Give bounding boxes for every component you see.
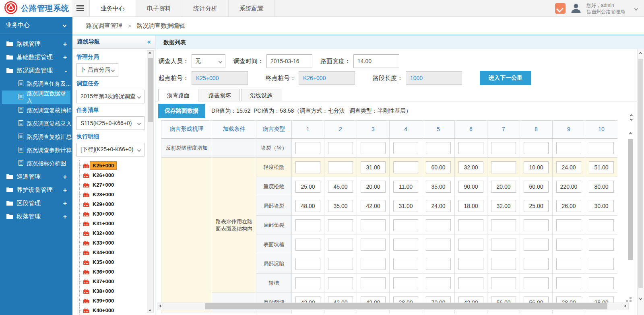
sidebar-item-3[interactable]: 路况调查复核录入 — [0, 117, 72, 130]
damage-value-input[interactable] — [524, 239, 549, 251]
damage-value-input[interactable] — [426, 200, 451, 212]
survey-date-input[interactable] — [266, 54, 312, 68]
damage-value-input[interactable] — [589, 200, 614, 212]
damage-value-input[interactable] — [295, 161, 320, 173]
tab-1[interactable]: 路基损坏 — [200, 89, 240, 101]
damage-value-input[interactable] — [524, 277, 549, 289]
damage-value-input[interactable] — [491, 277, 516, 289]
tree-item[interactable]: K33+000 — [76, 238, 144, 247]
damage-value-input[interactable] — [328, 181, 353, 193]
sidebar-item-4[interactable]: 路况调查复核汇总 — [0, 130, 72, 144]
damage-value-input[interactable] — [458, 181, 483, 193]
tree-item[interactable]: K27+000 — [76, 180, 144, 189]
end-stake-field[interactable] — [299, 71, 355, 85]
top-nav-item-3[interactable]: 系统配置 — [229, 0, 275, 16]
damage-value-input[interactable] — [361, 239, 386, 251]
damage-value-input[interactable] — [524, 181, 549, 193]
menu-icon[interactable] — [76, 5, 84, 12]
chevron-down-icon[interactable] — [634, 6, 638, 10]
tree-item[interactable]: K36+000 — [76, 267, 144, 276]
scroll-down-icon[interactable] — [630, 118, 632, 121]
top-nav-item-2[interactable]: 统计分析 — [182, 0, 229, 16]
damage-value-input[interactable] — [589, 161, 614, 173]
top-nav-item-1[interactable]: 电子资料 — [136, 0, 182, 16]
tree-item[interactable]: K39+000 — [76, 296, 144, 305]
scroll-left-icon[interactable] — [159, 305, 162, 307]
segment-length-field[interactable] — [406, 71, 462, 85]
tab-0[interactable]: 沥青路面 — [158, 89, 198, 101]
damage-value-input[interactable] — [361, 161, 386, 173]
damage-value-input[interactable] — [524, 219, 549, 231]
tree-item[interactable]: K40+000 — [76, 305, 144, 315]
damage-value-input[interactable] — [393, 161, 418, 173]
damage-value-input[interactable] — [491, 200, 516, 212]
sidebar-group-5[interactable]: 区段管理 + — [0, 197, 72, 210]
damage-value-input[interactable] — [556, 142, 581, 154]
damage-value-input[interactable] — [361, 219, 386, 231]
scroll-up-icon[interactable] — [149, 52, 151, 55]
damage-value-input[interactable] — [589, 219, 614, 231]
damage-value-input[interactable] — [491, 181, 516, 193]
damage-value-input[interactable] — [295, 142, 320, 154]
damage-value-input[interactable] — [328, 219, 353, 231]
tab-2[interactable]: 沿线设施 — [241, 89, 281, 101]
table-scroll-thumb[interactable] — [628, 139, 633, 260]
damage-value-input[interactable] — [295, 258, 320, 270]
tree-item[interactable]: K26+000 — [76, 170, 144, 180]
sidebar-item-2[interactable]: 路况调查复核抽样 — [0, 104, 72, 117]
surveyor-select[interactable]: 无 — [192, 54, 225, 68]
damage-value-input[interactable] — [589, 258, 614, 270]
damage-value-input[interactable] — [556, 161, 581, 173]
damage-value-input[interactable] — [556, 219, 581, 231]
damage-value-input[interactable] — [491, 142, 516, 154]
top-nav-item-0[interactable]: 业务中心 — [89, 0, 136, 16]
start-stake-field[interactable] — [192, 71, 248, 85]
damage-value-input[interactable] — [426, 277, 451, 289]
damage-value-input[interactable] — [491, 239, 516, 251]
damage-value-input[interactable] — [556, 258, 581, 270]
sidebar-group-3[interactable]: 巡道管理 + — [0, 170, 72, 183]
damage-value-input[interactable] — [328, 161, 353, 173]
tree-item[interactable]: K35+000 — [76, 257, 144, 267]
nav-select-2[interactable]: S115(K25+0-K66+0) — [76, 116, 144, 130]
damage-value-input[interactable] — [458, 219, 483, 231]
tree-item[interactable]: K29+000 — [76, 199, 144, 209]
damage-value-input[interactable] — [361, 277, 386, 289]
expand-toggle-icon[interactable]: + — [63, 173, 67, 181]
page-scroll-thumb[interactable] — [638, 59, 643, 288]
damage-value-input[interactable] — [589, 277, 614, 289]
expand-toggle-icon[interactable]: + — [63, 54, 67, 61]
damage-value-input[interactable] — [393, 200, 418, 212]
damage-value-input[interactable] — [524, 161, 549, 173]
tree-item[interactable]: K34+000 — [76, 247, 144, 257]
damage-value-input[interactable] — [426, 161, 451, 173]
nav-select-1[interactable]: 2015年第3次路况调查 — [76, 90, 144, 103]
column-scroll-control[interactable] — [628, 115, 634, 120]
damage-value-input[interactable] — [295, 181, 320, 193]
damage-value-input[interactable] — [491, 258, 516, 270]
resize-grip-icon[interactable] — [626, 297, 632, 303]
damage-value-input[interactable] — [426, 258, 451, 270]
damage-value-input[interactable] — [328, 142, 353, 154]
damage-value-input[interactable] — [393, 219, 418, 231]
page-scrollbar[interactable] — [637, 49, 644, 315]
damage-value-input[interactable] — [361, 142, 386, 154]
damage-value-input[interactable] — [361, 181, 386, 193]
damage-value-input[interactable] — [458, 200, 483, 212]
damage-value-input[interactable] — [556, 239, 581, 251]
tree-item[interactable]: K28+000 — [76, 189, 144, 199]
damage-value-input[interactable] — [458, 277, 483, 289]
road-width-input[interactable] — [353, 54, 399, 68]
damage-value-input[interactable] — [458, 258, 483, 270]
expand-toggle-icon[interactable]: - — [65, 67, 67, 74]
damage-value-input[interactable] — [393, 142, 418, 154]
damage-value-input[interactable] — [328, 239, 353, 251]
damage-value-input[interactable] — [393, 239, 418, 251]
damage-value-input[interactable] — [393, 181, 418, 193]
avatar[interactable] — [570, 1, 582, 16]
scroll-right-icon[interactable] — [623, 305, 626, 307]
damage-value-input[interactable] — [589, 239, 614, 251]
tree-item[interactable]: K31+000 — [76, 218, 144, 228]
damage-value-input[interactable] — [361, 258, 386, 270]
damage-value-input[interactable] — [426, 142, 451, 154]
